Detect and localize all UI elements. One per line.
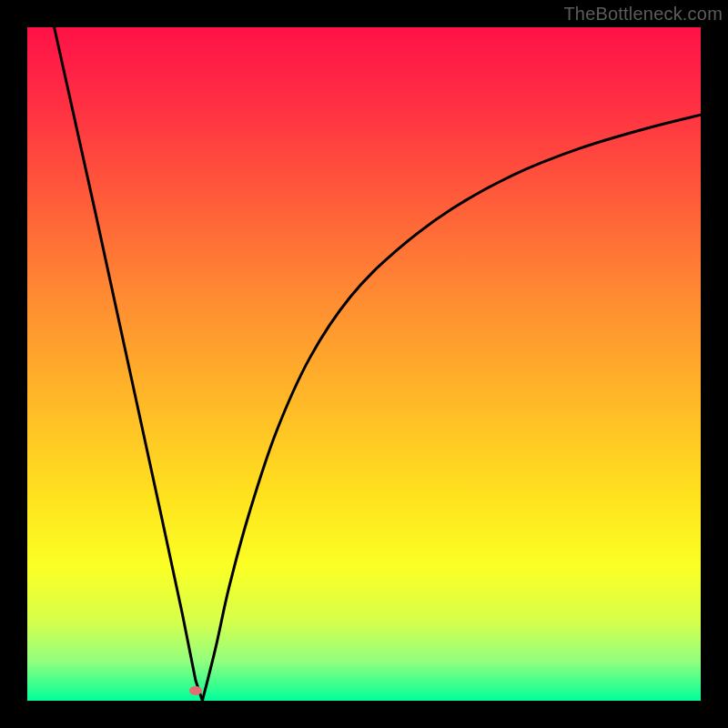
bottleneck-curve xyxy=(27,27,701,701)
plot-area xyxy=(27,27,701,701)
chart-frame: TheBottleneck.com xyxy=(0,0,728,728)
minimum-marker-icon xyxy=(189,686,202,695)
watermark-text: TheBottleneck.com xyxy=(563,4,723,25)
